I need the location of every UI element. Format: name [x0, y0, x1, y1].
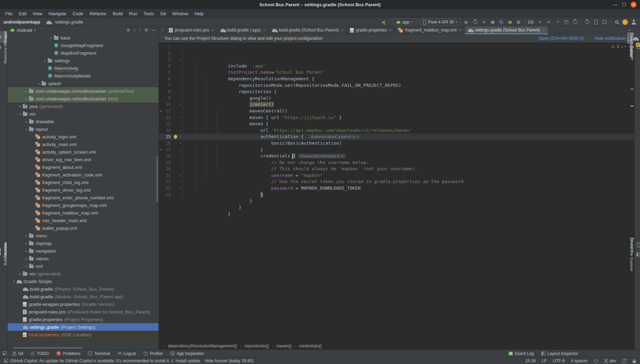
code-line[interactable]: 4 repositoriesMode.set(RepositoriesMode.…: [159, 63, 634, 70]
code-line[interactable]: 24 ▴ }: [159, 192, 634, 198]
tree-row[interactable]: MainActivityModel: [8, 72, 159, 80]
breadcrumb-item[interactable]: › dependencyResolutionManagement{}: [164, 344, 237, 348]
git-push-button[interactable]: ↗: [555, 19, 560, 26]
intention-bulb-icon[interactable]: [173, 172, 178, 179]
tool-window-button[interactable]: TODO: [27, 351, 52, 356]
apply-changes-icon[interactable]: [474, 20, 477, 24]
tree-row[interactable]: ▸ mipmap: [8, 239, 159, 247]
fold-marker-icon[interactable]: ▾: [178, 134, 183, 140]
tree-row[interactable]: activity_splash_screen.xml: [8, 148, 159, 156]
fold-marker-icon[interactable]: ▾: [178, 115, 183, 121]
code-line[interactable]: 2 rootProject.name='School Bus Parent': [159, 50, 634, 57]
tree-row[interactable]: fragment_activation_code.xml: [8, 171, 159, 179]
menu-item[interactable]: File: [2, 11, 16, 16]
line-number[interactable]: 3: [162, 56, 173, 63]
intention-bulb-icon[interactable]: [173, 147, 178, 153]
tree-vertical-scrollbar[interactable]: [156, 156, 158, 202]
line-number[interactable]: 5: [162, 69, 173, 76]
tree-chevron-icon[interactable]: ▸: [24, 97, 29, 100]
line-number[interactable]: 10: [162, 101, 173, 108]
breadcrumb-item[interactable]: › maven{}: [272, 344, 291, 348]
device-selector[interactable]: Pixel 4 API 30 ▾: [420, 18, 461, 26]
intention-bulb-icon[interactable]: [173, 63, 178, 70]
line-number[interactable]: 13: [162, 121, 173, 127]
history-icon[interactable]: [564, 20, 568, 24]
tree-chevron-icon[interactable]: ▾: [24, 128, 29, 131]
intention-bulb-icon[interactable]: [173, 134, 178, 140]
tab-close-icon[interactable]: ×: [211, 28, 214, 32]
tree-row[interactable]: wallet_popup.xml: [8, 224, 159, 232]
tree-row[interactable]: ▾ layout: [8, 125, 159, 133]
intention-bulb-icon[interactable]: [173, 153, 178, 160]
tree-row[interactable]: fragment_mabbox_map.xml: [8, 209, 159, 217]
inspections-widget[interactable]: ⚠ 1 ▴ ▾: [611, 44, 626, 49]
tree-row[interactable]: driver_log_row_item.xml: [8, 156, 159, 163]
search-everywhere-icon[interactable]: [615, 20, 618, 24]
notifications-icon[interactable]: [622, 359, 627, 363]
editor-tab[interactable]: gradle.properties ×: [347, 26, 395, 34]
tool-window-button[interactable]: App Inspection: [167, 351, 208, 356]
breadcrumb-module[interactable]: androidparentapp: [3, 20, 40, 25]
code-line[interactable]: 5 ▾ repositories {: [159, 69, 634, 76]
code-line[interactable]: 3 ▾ dependencyResolutionManagement {: [159, 56, 634, 63]
tree-row[interactable]: MainActivity: [8, 64, 159, 72]
tool-window-button[interactable]: Git: [9, 351, 27, 356]
line-number[interactable]: 24: [162, 192, 173, 198]
tree-chevron-icon[interactable]: ▸: [42, 59, 48, 62]
code-line[interactable]: 9 maven { url "https://jitpack.io" }: [159, 95, 634, 102]
window-switcher-icon[interactable]: [3, 352, 7, 355]
intention-bulb-icon[interactable]: [173, 166, 178, 172]
line-number[interactable]: 16: [162, 140, 173, 147]
tree-row[interactable]: build.gradle (Project: School_Bus_Parent…: [8, 285, 159, 293]
menu-item[interactable]: Build: [110, 11, 126, 16]
menu-item[interactable]: Edit: [16, 11, 29, 16]
intention-bulb-icon[interactable]: [173, 76, 178, 82]
intention-bulb-icon[interactable]: [173, 127, 178, 134]
code-line[interactable]: 10 ▾ maven {: [159, 101, 634, 108]
fold-marker-icon[interactable]: [178, 153, 183, 160]
expand-all-icon[interactable]: ↕: [133, 28, 135, 33]
fold-marker-icon[interactable]: [178, 160, 183, 166]
tree-row[interactable]: fragment_about.xml: [8, 163, 159, 171]
next-warning-icon[interactable]: ▾: [625, 45, 626, 48]
code-line[interactable]: 16 ▾ // Do not change the username below…: [159, 140, 634, 147]
tree-chevron-icon[interactable]: ▾: [11, 280, 17, 283]
warning-stripe-mark[interactable]: [631, 106, 633, 107]
intention-bulb-icon[interactable]: [173, 160, 178, 166]
tree-row[interactable]: ▸ settings: [8, 57, 159, 64]
breadcrumb-item[interactable]: › credentials{}: [295, 344, 322, 348]
tree-row[interactable]: nav_header_main.xml: [8, 217, 159, 224]
run-configurations-icon[interactable]: ≡: [481, 19, 487, 26]
intention-bulb-icon[interactable]: [173, 179, 178, 185]
tab-close-icon[interactable]: ×: [542, 28, 544, 32]
code-line[interactable]: 17 ▴ // This should always be `mapbox` (…: [159, 147, 634, 153]
line-ending-indicator[interactable]: LF: [542, 358, 547, 363]
gradle-sync-icon[interactable]: [585, 20, 589, 24]
intention-bulb-icon[interactable]: [173, 50, 178, 57]
fold-marker-icon[interactable]: ▾: [178, 69, 183, 76]
code-editor[interactable]: 1 include ':app' 2: [159, 43, 634, 343]
line-number[interactable]: 4: [162, 63, 173, 70]
tree-row[interactable]: ▸ menu: [8, 232, 159, 239]
fold-marker-icon[interactable]: [178, 76, 183, 82]
status-frame-icon[interactable]: [4, 359, 8, 363]
tree-row[interactable]: ▾ res: [8, 110, 159, 118]
code-line[interactable]: 13 basic(BasicAuthentication): [159, 121, 634, 127]
debug-button[interactable]: [491, 21, 495, 24]
tree-chevron-icon[interactable]: ▸: [17, 105, 23, 108]
menu-item[interactable]: Code: [70, 11, 87, 16]
tree-row[interactable]: ▸ values: [8, 255, 159, 262]
warning-stripe-mark[interactable]: [631, 89, 633, 90]
build-hammer-icon[interactable]: [381, 20, 385, 24]
code-line[interactable]: 11 url 'https://api.mapbox.com/downloads…: [159, 108, 634, 115]
git-commit-button[interactable]: ✔: [546, 19, 552, 26]
clipped-tab[interactable]: ×: [159, 26, 166, 34]
editor-tab[interactable]: proguard-rules.pro ×: [166, 26, 217, 34]
line-number[interactable]: 2: [162, 50, 173, 57]
fold-marker-icon[interactable]: ▾: [178, 56, 183, 63]
tool-window-button[interactable]: Profiler: [140, 351, 167, 356]
tree-row[interactable]: MapBoxFragment: [8, 49, 159, 57]
breadcrumb-file[interactable]: settings.gradle: [46, 20, 83, 25]
menu-item[interactable]: Run: [126, 11, 141, 16]
tree-row[interactable]: gradle-wrapper.properties (Gradle Versio…: [8, 300, 159, 308]
